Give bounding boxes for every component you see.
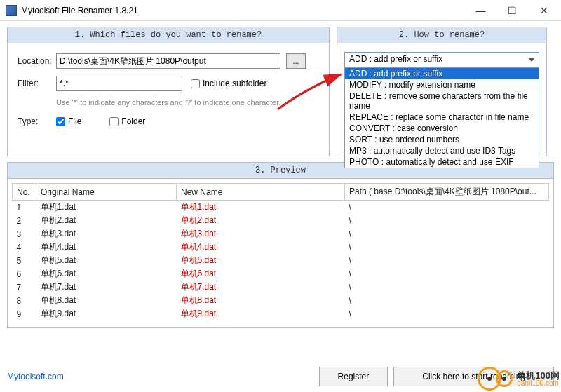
cell-original: 单机4.dat xyxy=(36,241,177,254)
table-row[interactable]: 8单机8.dat单机8.dat\ xyxy=(13,294,549,307)
table-row[interactable]: 6单机6.dat单机6.dat\ xyxy=(13,267,549,281)
titlebar: Mytoolsoft File Renamer 1.8.21 — ☐ ✕ xyxy=(0,0,561,21)
rename-mode-option[interactable]: MODIFY : modify extension name xyxy=(345,79,539,90)
col-path[interactable]: Path ( base D:\tools\桌面\4K壁纸图片 1080P\out… xyxy=(345,184,549,201)
filter-label: Filter: xyxy=(18,79,56,88)
cell-newname: 单机3.dat xyxy=(177,227,345,241)
cell-original: 单机6.dat xyxy=(36,267,177,281)
cell-path: \ xyxy=(345,201,549,215)
window-title: Mytoolsoft File Renamer 1.8.21 xyxy=(21,6,465,15)
filter-input[interactable] xyxy=(56,76,182,91)
cell-newname: 单机7.dat xyxy=(177,281,345,294)
cell-original: 单机5.dat xyxy=(36,254,177,267)
cell-path: \ xyxy=(345,254,549,267)
cell-no: 8 xyxy=(13,294,36,307)
cell-newname: 单机5.dat xyxy=(177,254,345,267)
panel-how-rename: 2. How to rename? ADD : add prefix or su… xyxy=(337,27,547,156)
table-row[interactable]: 3单机3.dat单机3.dat\ xyxy=(13,227,549,241)
location-input[interactable] xyxy=(56,53,280,69)
col-original[interactable]: Original Name xyxy=(36,184,177,201)
filter-hint: Use '*' to indicate any characters and '… xyxy=(56,98,319,107)
table-row[interactable]: 9单机9.dat单机9.dat\ xyxy=(13,307,549,320)
type-folder-label: Folder xyxy=(121,116,145,126)
type-label: Type: xyxy=(18,116,56,126)
footer: Mytoolsoft.com Register Click here to st… xyxy=(7,367,554,386)
register-button[interactable]: Register xyxy=(319,367,388,386)
cell-path: \ xyxy=(345,241,549,254)
maximize-button[interactable]: ☐ xyxy=(496,1,528,20)
table-row[interactable]: 4单机4.dat单机4.dat\ xyxy=(13,241,549,254)
type-file-checkbox[interactable]: File xyxy=(56,116,81,126)
cell-no: 7 xyxy=(13,281,36,294)
type-file-label: File xyxy=(68,116,81,126)
cell-path: \ xyxy=(345,281,549,294)
cell-no: 9 xyxy=(13,307,36,320)
rename-mode-option[interactable]: SORT : use ordered numbers xyxy=(345,134,539,145)
cell-newname: 单机9.dat xyxy=(177,307,345,320)
start-renaming-button[interactable]: Click here to start renaming xyxy=(393,367,554,386)
cell-newname: 单机1.dat xyxy=(177,201,345,215)
rename-mode-select[interactable]: ADD : add prefix or suffix xyxy=(344,52,539,67)
col-no[interactable]: No. xyxy=(13,184,36,201)
include-subfolder-checkbox[interactable]: Include subfolder xyxy=(191,79,266,88)
rename-mode-option[interactable]: PHOTO : automatically detect and use EXI… xyxy=(345,156,539,168)
cell-original: 单机8.dat xyxy=(36,294,177,307)
cell-original: 单机2.dat xyxy=(36,214,177,227)
table-row[interactable]: 1单机1.dat单机1.dat\ xyxy=(13,201,549,215)
cell-path: \ xyxy=(345,294,549,307)
table-row[interactable]: 7单机7.dat单机7.dat\ xyxy=(13,281,549,294)
rename-mode-dropdown: ADD : add prefix or suffixMODIFY : modif… xyxy=(344,67,539,168)
table-row[interactable]: 2单机2.dat单机2.dat\ xyxy=(13,214,549,227)
cell-path: \ xyxy=(345,214,549,227)
app-icon xyxy=(6,5,17,16)
rename-mode-option[interactable]: REPLACE : replace some charactor in file… xyxy=(345,111,539,123)
include-subfolder-input[interactable] xyxy=(191,79,200,88)
cell-no: 5 xyxy=(13,254,36,267)
cell-no: 1 xyxy=(13,201,36,215)
cell-no: 4 xyxy=(13,241,36,254)
rename-mode-option[interactable]: DELETE : remove some characters from the… xyxy=(345,90,539,111)
rename-mode-option[interactable]: CONVERT : case conversion xyxy=(345,123,539,134)
cell-newname: 单机2.dat xyxy=(177,214,345,227)
cell-path: \ xyxy=(345,227,549,241)
type-file-input[interactable] xyxy=(56,117,65,126)
cell-path: \ xyxy=(345,307,549,320)
cell-no: 6 xyxy=(13,267,36,281)
location-label: Location: xyxy=(18,56,56,66)
close-button[interactable]: ✕ xyxy=(528,1,560,20)
table-row[interactable]: 5单机5.dat单机5.dat\ xyxy=(13,254,549,267)
cell-newname: 单机8.dat xyxy=(177,294,345,307)
cell-original: 单机9.dat xyxy=(36,307,177,320)
col-newname[interactable]: New Name xyxy=(177,184,345,201)
minimize-button[interactable]: — xyxy=(465,1,496,20)
panel-which-files: 1. Which files do you want to rename? Lo… xyxy=(7,27,330,156)
panel1-header: 1. Which files do you want to rename? xyxy=(8,27,329,43)
cell-no: 3 xyxy=(13,227,36,241)
cell-original: 单机3.dat xyxy=(36,227,177,241)
cell-no: 2 xyxy=(13,214,36,227)
cell-original: 单机1.dat xyxy=(36,201,177,215)
cell-newname: 单机6.dat xyxy=(177,267,345,281)
type-folder-input[interactable] xyxy=(109,117,119,126)
cell-path: \ xyxy=(345,267,549,281)
rename-mode-option[interactable]: ADD : add prefix or suffix xyxy=(345,68,539,79)
type-folder-checkbox[interactable]: Folder xyxy=(109,116,145,126)
preview-table: No. Original Name New Name Path ( base D… xyxy=(12,183,549,320)
include-subfolder-label: Include subfolder xyxy=(203,79,266,88)
rename-mode-option[interactable]: MP3 : automatically detect and use ID3 T… xyxy=(345,145,539,156)
website-link[interactable]: Mytoolsoft.com xyxy=(7,372,64,381)
panel2-header: 2. How to rename? xyxy=(337,27,546,43)
panel-preview: 3. Preview No. Original Name New Name Pa… xyxy=(7,162,554,328)
cell-newname: 单机4.dat xyxy=(177,241,345,254)
browse-button[interactable]: ... xyxy=(286,53,306,69)
cell-original: 单机7.dat xyxy=(36,281,177,294)
